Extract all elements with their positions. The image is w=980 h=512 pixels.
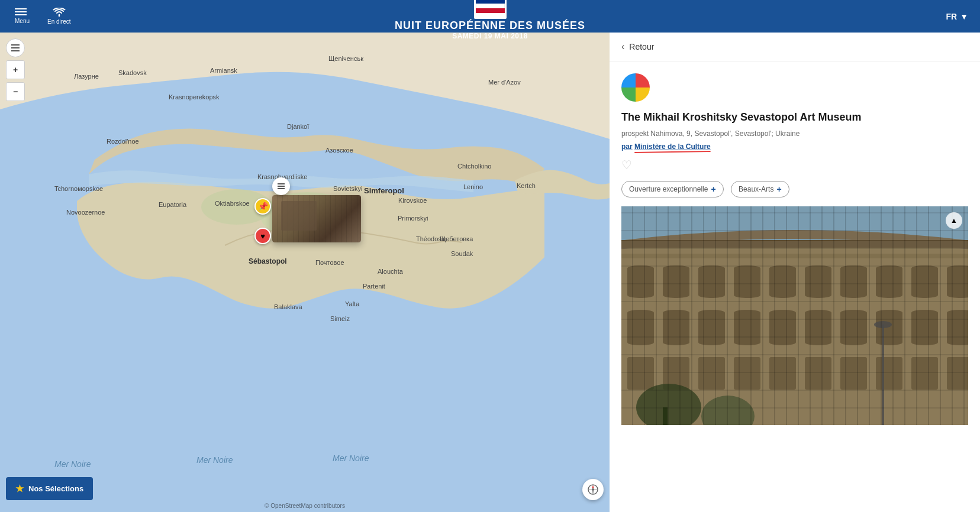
live-button[interactable]: En direct [44, 5, 73, 28]
live-label: En direct [47, 18, 70, 25]
republic-logo [474, 0, 507, 19]
museum-address: prospekt Nahimova, 9, Sevastopol', Sevas… [621, 129, 968, 139]
menu-label: Menu [15, 18, 30, 24]
tag-beaux-arts[interactable]: Beaux-Arts + [731, 181, 789, 197]
event-subtitle: SAMEDI 19 MAI 2018 [452, 32, 528, 40]
map-controls: + − [6, 38, 25, 101]
favorite-button[interactable]: ♡ [621, 158, 968, 172]
event-title: NUIT EUROPÉENNE DES MUSÉES [395, 20, 585, 32]
par-label: par [621, 142, 633, 151]
list-icon-button[interactable] [272, 177, 290, 195]
popup-card-image [272, 195, 361, 242]
compass-icon [587, 484, 599, 495]
ministry-link[interactable]: Ministère de la Culture [634, 142, 711, 151]
header: Menu En direct NUIT EUROPÉENNE DES MUSÉE… [0, 0, 980, 33]
museum-name: The Mikhail Kroshitsky Sevastopol Art Mu… [621, 111, 968, 124]
tag-plus-icon: + [711, 184, 715, 194]
map-menu-button[interactable] [6, 38, 25, 57]
compass-button[interactable] [582, 479, 604, 500]
nos-selections-button[interactable]: ★ Nos Sélections [6, 477, 93, 500]
back-chevron-icon: ‹ [621, 41, 624, 52]
zoom-out-button[interactable]: − [6, 82, 25, 101]
svg-point-10 [592, 488, 594, 491]
header-center: NUIT EUROPÉENNE DES MUSÉES SAMEDI 19 MAI… [395, 0, 585, 40]
sebastopol-label: Sébastopol [249, 257, 287, 265]
tag-ouverture-label: Ouverture exceptionnelle [629, 185, 708, 193]
lang-label: FR [946, 12, 957, 21]
panel-content: The Mikhail Kroshitsky Sevastopol Art Mu… [610, 61, 980, 437]
list-icon [278, 183, 285, 189]
museum-organizer: par Ministère de la Culture [621, 142, 968, 151]
star-icon: ★ [15, 483, 24, 494]
back-label: Retour [629, 42, 654, 51]
map-attribution: © OpenStreetMap contributors [265, 503, 345, 509]
lang-arrow: ▼ [960, 12, 968, 21]
menu-button[interactable]: Menu [12, 5, 33, 27]
nos-selections-label: Nos Sélections [28, 484, 83, 493]
right-panel: ‹ Retour The Mikhail Kroshitsky Sevastop… [610, 33, 980, 512]
museum-color-icon [621, 73, 650, 102]
wifi-icon [53, 8, 66, 17]
zoom-in-button[interactable]: + [6, 60, 25, 79]
map-area[interactable]: + − Лазурне Skadovsk Armiansk Щеniченськ… [0, 33, 610, 512]
photo-scroll-up[interactable]: ▲ [946, 212, 962, 229]
map-svg [0, 33, 610, 512]
tag-plus-icon2: + [776, 184, 781, 194]
popup-card[interactable] [272, 195, 361, 242]
tag-ouverture-exceptionnelle[interactable]: Ouverture exceptionnelle + [621, 181, 724, 197]
language-selector[interactable]: FR ▼ [946, 12, 968, 21]
tags-container: Ouverture exceptionnelle + Beaux-Arts + [621, 181, 968, 203]
heart-marker[interactable]: ♥ [254, 228, 271, 244]
back-button[interactable]: ‹ Retour [610, 33, 980, 61]
tag-beaux-arts-label: Beaux-Arts [739, 185, 773, 193]
museum-photo: ▲ [621, 206, 968, 425]
simferopol-label: Simferopol [364, 186, 404, 195]
header-left: Menu En direct [12, 5, 73, 28]
pin-marker[interactable]: 📌 [254, 198, 271, 215]
